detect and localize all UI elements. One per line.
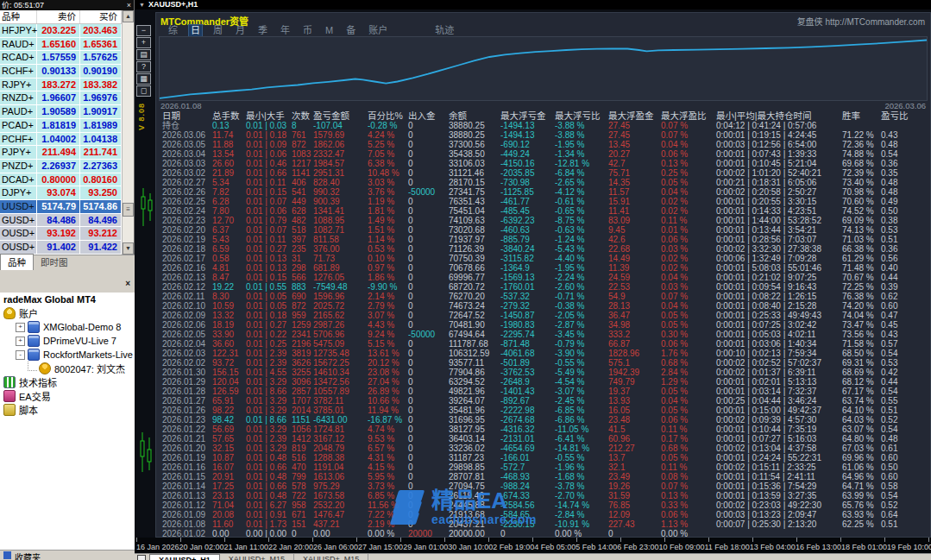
table-cell: 0.01 | 2.39 — [244, 358, 290, 368]
expand-icon[interactable]: + — [16, 323, 25, 332]
table-cell: 0.01 | 0.25 — [244, 339, 290, 349]
market-watch-row[interactable]: OUSD+93.19293.212 — [0, 227, 134, 241]
chart-titlebar[interactable]: ▼XAUUSD+,H1 — [135, 0, 931, 9]
nav-item[interactable]: +XMGlobal-Demo 8 — [0, 320, 135, 334]
scroll-down-icon[interactable]: ▼ — [123, 242, 134, 255]
column-header[interactable]: 盈亏比 — [879, 110, 928, 121]
close-icon[interactable]: × — [127, 0, 131, 10]
move-icon[interactable]: + — [136, 37, 151, 48]
toolbar-button-备[interactable]: 备 — [344, 25, 357, 36]
table-row: 2026.03.0326.600.01 | 0.4612171984.576.3… — [160, 159, 928, 168]
market-watch-row[interactable]: DCAD+0.800000.80160 — [0, 173, 134, 187]
nav-item[interactable]: -RockfortMarkets-Live — [0, 348, 135, 362]
column-bid[interactable]: 卖价 — [37, 10, 80, 23]
column-header[interactable]: 最大浮亏金额 — [499, 110, 553, 121]
column-header[interactable]: 最小|平均|最大持仓时间 — [714, 110, 840, 121]
nav-item[interactable]: radeMax Global MT4 — [0, 293, 135, 306]
column-header[interactable]: 次数 — [290, 110, 311, 121]
chart-tab[interactable]: XAUUSD+, H1 — [149, 554, 220, 560]
column-header[interactable]: 最大浮亏比例 — [553, 110, 607, 121]
column-header[interactable]: 日期 — [160, 110, 211, 121]
help-icon[interactable]: ? — [136, 61, 151, 72]
grid-icon[interactable]: ▦ — [136, 73, 151, 85]
table-cell: 0.44 — [879, 273, 928, 282]
nav-item[interactable]: EA交易 — [0, 389, 135, 403]
toolbar-button-季[interactable]: 季 — [256, 25, 269, 36]
tab-tick-chart[interactable]: 即时图 — [34, 255, 75, 270]
toolbar-button-月[interactable]: 月 — [234, 25, 247, 36]
table-cell: 42.7 — [607, 159, 659, 168]
market-watch-row[interactable]: RCHF+0.901330.90190 — [0, 65, 134, 79]
market-watch-row[interactable]: PCHF+1.040021.04138 — [0, 133, 134, 147]
column-symbol[interactable]: 品种 — [0, 10, 37, 23]
close-icon[interactable]: × — [125, 279, 130, 288]
table-row: 2026.02.247.800.01 | 0.066281341.411.81 … — [160, 206, 928, 216]
window-icon[interactable] — [137, 555, 146, 560]
scrollbar-thumb[interactable]: ≡ — [123, 203, 134, 217]
table-cell: 2026.03.03 — [160, 159, 211, 168]
column-header[interactable]: 最小|大手数 — [244, 110, 290, 121]
table-cell: -6392.23 — [499, 216, 553, 225]
toolbar-button-币[interactable]: 币 — [301, 25, 314, 36]
nav-item[interactable]: 技术指标 — [0, 375, 135, 389]
table-cell: 0:00:01 | 0:14:33 | 4:23:51 — [714, 206, 840, 216]
market-watch-row[interactable]: UUSD+5174.795174.86 — [0, 200, 134, 214]
market-watch-row[interactable]: OUSD+91.40291.422 — [0, 241, 134, 255]
table-cell: 0.01 | 0.09 — [244, 140, 290, 149]
market-watch-row[interactable]: RNZD+1.966071.96976 — [0, 91, 134, 105]
column-header[interactable]: 余额 — [447, 110, 499, 121]
restore-icon[interactable]: ◻ — [136, 85, 151, 97]
nav-item[interactable]: +DPrimeVU-Live 7 — [0, 334, 135, 348]
table-cell: 111787.68 — [447, 339, 499, 349]
market-watch-row[interactable]: PNZD+2.269372.27363 — [0, 160, 134, 173]
chart-tab[interactable]: XAUUSD+, M15 — [294, 554, 368, 560]
column-header[interactable]: 最大浮盈比例 — [659, 110, 714, 121]
toolbar-button-M[interactable]: M — [324, 25, 335, 36]
table-cell: 0 — [406, 377, 447, 387]
toolbar-button-综[interactable]: 综 — [167, 25, 179, 36]
market-watch-row[interactable]: PCAD+1.818191.81989 — [0, 119, 134, 133]
nav-item[interactable]: 脚本 — [0, 403, 135, 417]
column-ask[interactable]: 买价 — [80, 10, 122, 23]
tab-symbols[interactable]: 品种 — [0, 254, 34, 270]
minimize-icon[interactable]: − — [136, 25, 151, 36]
table-cell: -10.91 % — [553, 519, 607, 529]
market-watch-row[interactable]: DJPY+93.07493.250 — [0, 186, 134, 200]
scroll-up-icon[interactable]: ▲ — [123, 10, 134, 22]
collapse-icon[interactable]: - — [16, 350, 25, 360]
column-header[interactable]: 盈亏金额 — [311, 110, 366, 121]
template-icon[interactable]: ▤ — [136, 49, 151, 60]
market-watch-row[interactable]: GUSD+84.48684.496 — [0, 214, 134, 228]
chart-tab[interactable]: XAUUSD+, M15 — [220, 554, 294, 560]
toolbar-button-日[interactable]: 日 — [189, 25, 202, 36]
table-cell: 2026.02.17 — [160, 254, 211, 263]
market-watch-row[interactable]: RAUD+1.651601.65361 — [0, 38, 134, 52]
nav-item[interactable]: 8002047: 刘文杰 — [0, 362, 135, 375]
column-header[interactable]: 最大浮盈金额 — [607, 110, 659, 121]
toolbar-button-周[interactable]: 周 — [211, 25, 224, 36]
market-watch-scrollbar[interactable]: ▲ ≡ ▼ — [122, 10, 134, 255]
column-header[interactable]: 出入金 — [406, 110, 447, 121]
toolbar-button-年[interactable]: 年 — [279, 25, 292, 36]
market-watch-row[interactable]: PJPY+211.494211.741 — [0, 146, 134, 160]
table-cell: 27094.75 — [447, 481, 499, 491]
market-watch-row[interactable]: RCAD+1.575591.57625 — [0, 51, 134, 65]
market-watch-row[interactable]: HFJPY+203.225203.463 — [0, 24, 134, 38]
market-watch-row[interactable]: PAUD+1.905891.90917 — [0, 105, 134, 119]
column-header[interactable]: 胜率 — [840, 110, 879, 121]
symbol-label: GUSD+ — [0, 214, 37, 228]
table-cell: 0 — [406, 263, 447, 273]
column-header[interactable]: 百分比% — [366, 110, 406, 121]
table-cell: 0.01 | 0.05 — [244, 292, 290, 301]
table-cell: 13.93 — [607, 396, 659, 406]
table-cell: -50000 — [406, 187, 447, 197]
market-watch-row[interactable]: RJPY+183.272183.382 — [0, 79, 134, 92]
column-header[interactable]: 总手数 — [211, 110, 244, 121]
tab-favorites[interactable]: 收藏夹 — [15, 551, 41, 560]
nav-item[interactable]: 账户 — [0, 306, 135, 320]
toolbar-button-账户[interactable]: 账户 — [367, 25, 389, 36]
table-cell: 71.04 — [211, 500, 244, 510]
table-cell: 671 — [290, 510, 311, 519]
toolbar-button-轨迹[interactable]: 轨迹 — [433, 25, 456, 36]
expand-icon[interactable]: + — [16, 337, 25, 346]
